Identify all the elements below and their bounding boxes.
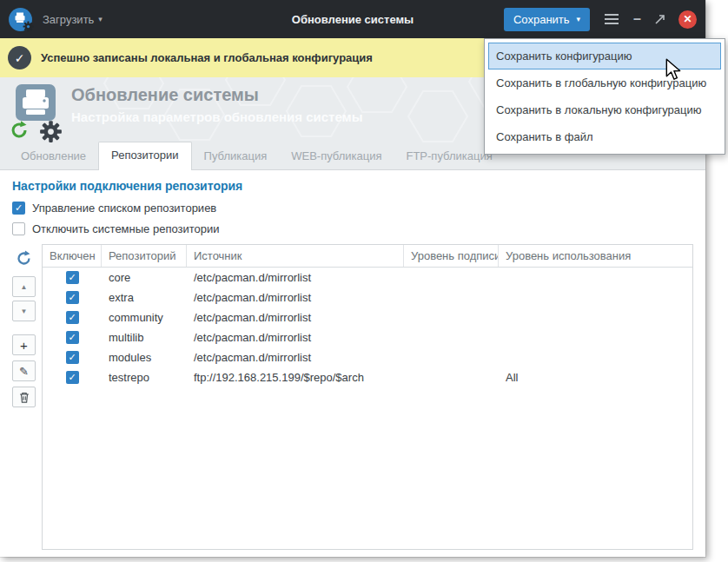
column-header-repository[interactable]: Репозиторий (102, 245, 187, 267)
table-row[interactable]: ✓ testrepo ftp://192.168.215.199/$repo/$… (43, 367, 692, 387)
menu-item-save-to-file[interactable]: Сохранить в файл (488, 123, 721, 150)
column-header-source[interactable]: Источник (187, 245, 404, 267)
page-title: Обновление системы (71, 85, 363, 105)
repo-usage-level-cell: All (499, 371, 692, 384)
repo-source-cell: ftp://192.168.215.199/$repo/$arch (187, 371, 404, 384)
arrow-down-icon: ▼ (21, 307, 28, 315)
check-icon: ✓ (68, 312, 76, 323)
window-title: Обновление системы (292, 13, 414, 26)
column-header-usage-level[interactable]: Уровень использования (499, 245, 692, 267)
close-button[interactable]: ✕ (678, 10, 697, 29)
repo-source-cell: /etc/pacman.d/mirrorlist (187, 271, 404, 284)
hamburger-menu-button[interactable] (603, 11, 620, 27)
check-icon: ✓ (68, 292, 76, 303)
save-dropdown-menu: Сохранить конфигурацию Сохранить в глоба… (484, 38, 725, 155)
chevron-down-icon: ▾ (98, 16, 103, 23)
repo-name-cell: community (102, 311, 187, 324)
page-subtitle: Настройка параметров обновления системы (71, 109, 363, 124)
row-enabled-checkbox[interactable]: ✓ (66, 271, 79, 284)
column-header-enabled[interactable]: Включен (43, 245, 102, 267)
row-enabled-checkbox[interactable]: ✓ (66, 311, 79, 324)
save-label: Сохранить (513, 13, 570, 26)
table-row[interactable]: ✓ extra /etc/pacman.d/mirrorlist (43, 288, 692, 307)
restore-icon (654, 14, 665, 25)
checkbox-unchecked (12, 222, 25, 235)
restore-button[interactable] (654, 14, 665, 25)
pencil-icon: ✎ (19, 365, 29, 378)
close-icon: ✕ (683, 13, 692, 25)
refresh-icon (9, 120, 30, 141)
section-title: Настройки подключения репозитория (12, 179, 693, 193)
tab-web-publication[interactable]: WEB-публикация (279, 143, 394, 170)
menu-item-save-local-configuration[interactable]: Сохранить в локальную конфигурацию (488, 96, 721, 123)
load-dropdown[interactable]: Загрузить ▾ (43, 13, 103, 26)
gear-icon (23, 21, 34, 32)
menu-item-save-global-configuration[interactable]: Сохранить в глобальную конфигурацию (488, 69, 721, 96)
row-enabled-checkbox[interactable]: ✓ (66, 351, 79, 364)
tab-repositories[interactable]: Репозитории (98, 142, 191, 170)
repo-name-cell: core (102, 271, 187, 284)
move-up-button[interactable]: ▲ (12, 276, 36, 297)
repo-name-cell: modules (102, 351, 187, 364)
gear-icon (39, 120, 63, 143)
table-row[interactable]: ✓ community /etc/pacman.d/mirrorlist (43, 307, 692, 327)
notification-text: Успешно записаны локальная и глобальная … (41, 51, 373, 64)
success-icon: ✓ (8, 46, 31, 69)
repository-table: Включен Репозиторий Источник Уровень под… (42, 244, 693, 550)
check-icon: ✓ (15, 51, 25, 65)
printer-tile-icon (15, 83, 56, 122)
repo-source-cell: /etc/pacman.d/mirrorlist (187, 351, 404, 364)
refresh-icon (16, 250, 32, 267)
tab-publication[interactable]: Публикация (192, 143, 280, 170)
repository-table-zone: ▲ ▼ + ✎ (12, 244, 693, 550)
menu-item-save-configuration[interactable]: Сохранить конфигурацию (488, 43, 721, 69)
repo-source-cell: /etc/pacman.d/mirrorlist (187, 311, 404, 324)
titlebar: Загрузить ▾ Обновление системы Сохранить… (0, 0, 705, 38)
check-icon: ✓ (15, 202, 23, 214)
repo-source-cell: /etc/pacman.d/mirrorlist (187, 331, 404, 344)
move-down-button[interactable]: ▼ (12, 301, 36, 321)
row-enabled-checkbox[interactable]: ✓ (66, 331, 79, 344)
check-icon: ✓ (68, 272, 76, 283)
check-icon: ✓ (68, 372, 76, 383)
table-header: Включен Репозиторий Источник Уровень под… (43, 245, 692, 268)
delete-repo-button[interactable] (12, 387, 36, 407)
trash-icon (18, 391, 30, 404)
chevron-down-icon: ▾ (577, 16, 581, 23)
titlebar-controls: Сохранить ▾ – ✕ (504, 8, 697, 31)
repo-source-cell: /etc/pacman.d/mirrorlist (187, 291, 404, 304)
header-text: Обновление системы Настройка параметров … (71, 85, 363, 124)
table-row[interactable]: ✓ core /etc/pacman.d/mirrorlist (43, 268, 692, 288)
add-repo-button[interactable]: + (12, 334, 36, 355)
load-label: Загрузить (43, 13, 94, 26)
edit-repo-button[interactable]: ✎ (12, 360, 36, 381)
option-manage-repo-list[interactable]: ✓ Управление списком репозиториев (12, 202, 693, 215)
row-enabled-checkbox[interactable]: ✓ (66, 371, 79, 384)
tab-update[interactable]: Обновление (9, 143, 98, 170)
plus-icon: + (20, 338, 28, 353)
table-row[interactable]: ✓ multilib /etc/pacman.d/mirrorlist (43, 327, 692, 347)
module-icon (10, 83, 63, 142)
table-toolbar: ▲ ▼ + ✎ (12, 244, 42, 550)
minimize-button[interactable]: – (633, 12, 641, 26)
option-label: Отключить системные репозитории (32, 222, 220, 235)
checkbox-checked: ✓ (12, 202, 25, 215)
repo-name-cell: extra (102, 291, 187, 304)
refresh-button[interactable] (12, 248, 36, 268)
screen: Загрузить ▾ Обновление системы Сохранить… (0, 0, 728, 562)
tabbar: Обновление Репозитории Публикация WEB-пу… (9, 142, 505, 170)
save-button[interactable]: Сохранить ▾ (504, 8, 590, 31)
option-label: Управление списком репозиториев (32, 202, 216, 215)
tab-content-repositories: Настройки подключения репозитория ✓ Упра… (0, 170, 705, 557)
arrow-up-icon: ▲ (21, 283, 28, 291)
check-icon: ✓ (68, 352, 76, 363)
table-row[interactable]: ✓ modules /etc/pacman.d/mirrorlist (43, 347, 692, 367)
option-disable-system-repos[interactable]: Отключить системные репозитории (12, 222, 693, 235)
column-header-sign-level[interactable]: Уровень подписи (404, 245, 499, 267)
repo-name-cell: multilib (102, 331, 187, 344)
app-icon (9, 8, 32, 31)
row-enabled-checkbox[interactable]: ✓ (66, 291, 79, 304)
check-icon: ✓ (68, 332, 76, 343)
repo-name-cell: testrepo (102, 371, 187, 384)
